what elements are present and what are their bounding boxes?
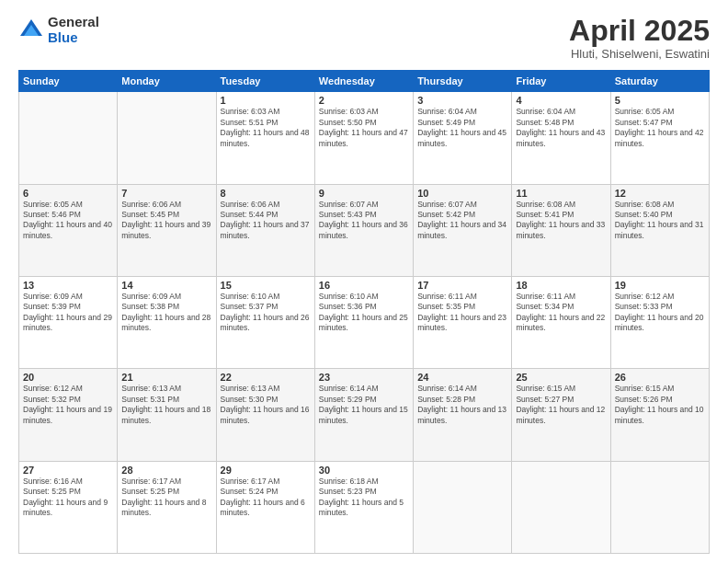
day-data: Sunrise: 6:12 AMSunset: 5:32 PMDaylight:… xyxy=(23,384,113,426)
logo-blue: Blue xyxy=(48,30,99,46)
day-cell: 19Sunrise: 6:12 AMSunset: 5:33 PMDayligh… xyxy=(610,276,709,368)
day-data: Sunrise: 6:08 AMSunset: 5:41 PMDaylight:… xyxy=(516,200,606,242)
col-header-tuesday: Tuesday xyxy=(216,71,314,92)
day-data: Sunrise: 6:12 AMSunset: 5:33 PMDaylight:… xyxy=(615,292,705,334)
day-cell xyxy=(118,92,216,184)
day-cell: 28Sunrise: 6:17 AMSunset: 5:25 PMDayligh… xyxy=(118,461,216,553)
day-data: Sunrise: 6:11 AMSunset: 5:35 PMDaylight:… xyxy=(417,292,507,334)
day-cell: 8Sunrise: 6:06 AMSunset: 5:44 PMDaylight… xyxy=(216,184,314,276)
day-cell: 15Sunrise: 6:10 AMSunset: 5:37 PMDayligh… xyxy=(216,276,314,368)
day-number: 9 xyxy=(319,188,409,199)
day-data: Sunrise: 6:05 AMSunset: 5:46 PMDaylight:… xyxy=(23,200,113,242)
day-data: Sunrise: 6:07 AMSunset: 5:42 PMDaylight:… xyxy=(417,200,507,242)
day-data: Sunrise: 6:08 AMSunset: 5:40 PMDaylight:… xyxy=(615,200,705,242)
day-cell: 18Sunrise: 6:11 AMSunset: 5:34 PMDayligh… xyxy=(512,276,610,368)
col-header-saturday: Saturday xyxy=(610,71,709,92)
day-data: Sunrise: 6:14 AMSunset: 5:28 PMDaylight:… xyxy=(417,384,507,426)
col-header-monday: Monday xyxy=(118,71,216,92)
day-data: Sunrise: 6:18 AMSunset: 5:23 PMDaylight:… xyxy=(319,477,409,519)
page: General Blue April 2025 Hluti, Shiselwen… xyxy=(0,0,728,563)
month-title: April 2025 xyxy=(569,15,710,47)
day-number: 22 xyxy=(221,372,311,383)
day-data: Sunrise: 6:09 AMSunset: 5:38 PMDaylight:… xyxy=(121,292,211,334)
day-cell: 4Sunrise: 6:04 AMSunset: 5:48 PMDaylight… xyxy=(512,92,610,184)
day-cell: 3Sunrise: 6:04 AMSunset: 5:49 PMDaylight… xyxy=(414,92,512,184)
day-cell: 25Sunrise: 6:15 AMSunset: 5:27 PMDayligh… xyxy=(512,369,610,461)
day-data: Sunrise: 6:03 AMSunset: 5:51 PMDaylight:… xyxy=(221,107,311,149)
day-data: Sunrise: 6:17 AMSunset: 5:25 PMDaylight:… xyxy=(121,477,211,519)
day-number: 3 xyxy=(417,95,507,106)
day-data: Sunrise: 6:10 AMSunset: 5:37 PMDaylight:… xyxy=(221,292,311,334)
day-cell: 2Sunrise: 6:03 AMSunset: 5:50 PMDaylight… xyxy=(314,92,413,184)
day-number: 27 xyxy=(23,465,113,476)
day-cell xyxy=(610,461,709,553)
day-number: 20 xyxy=(23,372,113,383)
week-row-4: 20Sunrise: 6:12 AMSunset: 5:32 PMDayligh… xyxy=(19,369,710,461)
day-cell: 6Sunrise: 6:05 AMSunset: 5:46 PMDaylight… xyxy=(19,184,118,276)
location-subtitle: Hluti, Shiselweni, Eswatini xyxy=(569,47,710,61)
day-cell: 21Sunrise: 6:13 AMSunset: 5:31 PMDayligh… xyxy=(118,369,216,461)
day-number: 13 xyxy=(23,280,113,291)
title-area: April 2025 Hluti, Shiselweni, Eswatini xyxy=(569,15,710,61)
logo-icon xyxy=(18,17,44,43)
day-number: 14 xyxy=(121,280,211,291)
day-number: 19 xyxy=(615,280,705,291)
day-number: 1 xyxy=(221,95,311,106)
day-data: Sunrise: 6:07 AMSunset: 5:43 PMDaylight:… xyxy=(319,200,409,242)
day-number: 11 xyxy=(516,188,606,199)
day-number: 18 xyxy=(516,280,606,291)
week-row-5: 27Sunrise: 6:16 AMSunset: 5:25 PMDayligh… xyxy=(19,461,710,553)
day-number: 15 xyxy=(221,280,311,291)
day-cell: 24Sunrise: 6:14 AMSunset: 5:28 PMDayligh… xyxy=(414,369,512,461)
header: General Blue April 2025 Hluti, Shiselwen… xyxy=(18,15,710,61)
day-cell: 27Sunrise: 6:16 AMSunset: 5:25 PMDayligh… xyxy=(19,461,118,553)
week-row-1: 1Sunrise: 6:03 AMSunset: 5:51 PMDaylight… xyxy=(19,92,710,184)
day-data: Sunrise: 6:13 AMSunset: 5:31 PMDaylight:… xyxy=(121,384,211,426)
day-cell: 26Sunrise: 6:15 AMSunset: 5:26 PMDayligh… xyxy=(610,369,709,461)
day-cell: 16Sunrise: 6:10 AMSunset: 5:36 PMDayligh… xyxy=(314,276,413,368)
day-number: 21 xyxy=(121,372,211,383)
day-cell: 23Sunrise: 6:14 AMSunset: 5:29 PMDayligh… xyxy=(314,369,413,461)
day-number: 6 xyxy=(23,188,113,199)
day-data: Sunrise: 6:15 AMSunset: 5:26 PMDaylight:… xyxy=(615,384,705,426)
day-number: 8 xyxy=(221,188,311,199)
day-data: Sunrise: 6:05 AMSunset: 5:47 PMDaylight:… xyxy=(615,107,705,149)
day-data: Sunrise: 6:16 AMSunset: 5:25 PMDaylight:… xyxy=(23,477,113,519)
day-cell: 20Sunrise: 6:12 AMSunset: 5:32 PMDayligh… xyxy=(19,369,118,461)
day-cell xyxy=(414,461,512,553)
day-number: 24 xyxy=(417,372,507,383)
day-cell: 30Sunrise: 6:18 AMSunset: 5:23 PMDayligh… xyxy=(314,461,413,553)
logo: General Blue xyxy=(18,15,99,45)
header-row: SundayMondayTuesdayWednesdayThursdayFrid… xyxy=(19,71,710,92)
logo-text: General Blue xyxy=(48,15,99,45)
day-cell: 5Sunrise: 6:05 AMSunset: 5:47 PMDaylight… xyxy=(610,92,709,184)
day-cell: 9Sunrise: 6:07 AMSunset: 5:43 PMDaylight… xyxy=(314,184,413,276)
day-number: 26 xyxy=(615,372,705,383)
day-number: 4 xyxy=(516,95,606,106)
day-cell: 29Sunrise: 6:17 AMSunset: 5:24 PMDayligh… xyxy=(216,461,314,553)
logo-general: General xyxy=(48,15,99,30)
day-cell: 13Sunrise: 6:09 AMSunset: 5:39 PMDayligh… xyxy=(19,276,118,368)
calendar-table: SundayMondayTuesdayWednesdayThursdayFrid… xyxy=(18,70,710,554)
day-data: Sunrise: 6:15 AMSunset: 5:27 PMDaylight:… xyxy=(516,384,606,426)
day-number: 17 xyxy=(417,280,507,291)
day-data: Sunrise: 6:10 AMSunset: 5:36 PMDaylight:… xyxy=(319,292,409,334)
day-number: 28 xyxy=(121,465,211,476)
day-number: 5 xyxy=(615,95,705,106)
day-cell: 17Sunrise: 6:11 AMSunset: 5:35 PMDayligh… xyxy=(414,276,512,368)
day-data: Sunrise: 6:13 AMSunset: 5:30 PMDaylight:… xyxy=(221,384,311,426)
day-number: 2 xyxy=(319,95,409,106)
day-data: Sunrise: 6:04 AMSunset: 5:48 PMDaylight:… xyxy=(516,107,606,149)
day-cell: 22Sunrise: 6:13 AMSunset: 5:30 PMDayligh… xyxy=(216,369,314,461)
day-cell xyxy=(19,92,118,184)
week-row-3: 13Sunrise: 6:09 AMSunset: 5:39 PMDayligh… xyxy=(19,276,710,368)
day-data: Sunrise: 6:06 AMSunset: 5:45 PMDaylight:… xyxy=(121,200,211,242)
day-number: 23 xyxy=(319,372,409,383)
col-header-friday: Friday xyxy=(512,71,610,92)
day-data: Sunrise: 6:09 AMSunset: 5:39 PMDaylight:… xyxy=(23,292,113,334)
day-number: 30 xyxy=(319,465,409,476)
col-header-wednesday: Wednesday xyxy=(314,71,413,92)
day-number: 12 xyxy=(615,188,705,199)
day-cell: 1Sunrise: 6:03 AMSunset: 5:51 PMDaylight… xyxy=(216,92,314,184)
day-data: Sunrise: 6:03 AMSunset: 5:50 PMDaylight:… xyxy=(319,107,409,149)
